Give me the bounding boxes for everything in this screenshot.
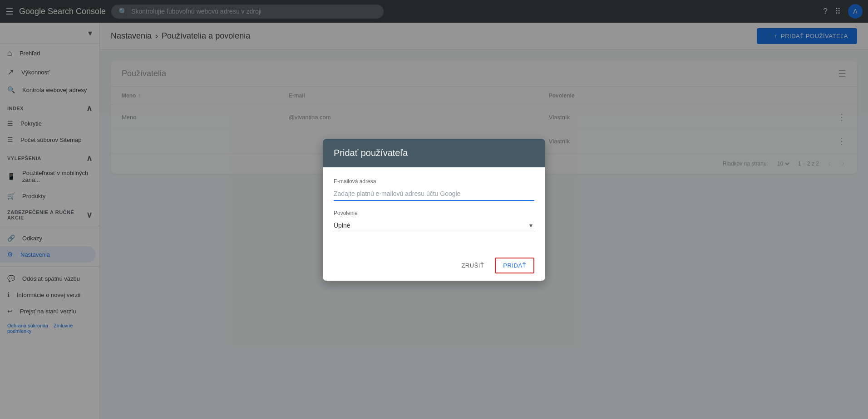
permission-select[interactable]: Úplné Obmedzené — [334, 219, 534, 232]
permission-select-wrapper: Úplné Obmedzené — [334, 219, 534, 232]
add-button[interactable]: PRIDAŤ — [495, 258, 534, 273]
dialog-header: Pridať používateľa — [323, 139, 545, 167]
email-form-group: E-mailová adresa — [334, 178, 534, 201]
dialog-title: Pridať používateľa — [334, 148, 534, 158]
dialog-body: E-mailová adresa Povolenie Úplné Obmedze… — [323, 167, 545, 252]
permission-label: Povolenie — [334, 210, 534, 216]
add-user-dialog: Pridať používateľa E-mailová adresa Povo… — [323, 139, 545, 281]
permission-form-group: Povolenie Úplné Obmedzené — [334, 210, 534, 232]
cancel-button[interactable]: ZRUŠIŤ — [454, 258, 491, 273]
email-label: E-mailová adresa — [334, 178, 534, 185]
dialog-footer: ZRUŠIŤ PRIDAŤ — [323, 252, 545, 281]
modal-overlay: Pridať používateľa E-mailová adresa Povo… — [0, 0, 868, 419]
email-input[interactable] — [334, 187, 534, 201]
